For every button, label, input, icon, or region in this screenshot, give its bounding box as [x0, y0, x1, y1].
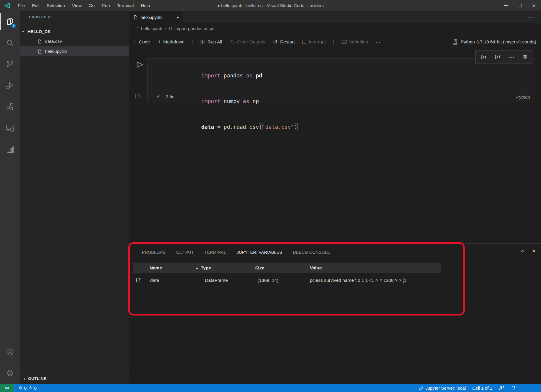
sort-ascending-icon: ▲	[195, 266, 199, 270]
code-cell[interactable]: import pandas as pd import numpy as np d…	[147, 58, 535, 102]
run-cell-and-below-button[interactable]	[495, 54, 501, 60]
toolbar-more-button[interactable]: ···	[376, 39, 380, 45]
folder-hello-ds[interactable]: › HELLO_DS	[20, 27, 129, 36]
add-markdown-cell-button[interactable]: + Markdown	[158, 39, 184, 45]
notebook-toolbar: + Code + Markdown Run All Clear Outputs	[129, 33, 541, 50]
column-header-type[interactable]: ▲ Type	[194, 265, 253, 271]
file-item-data-csv[interactable]: data.csv	[20, 36, 129, 46]
maximize-button[interactable]	[513, 0, 527, 11]
kernel-picker[interactable]: Python 3.7.10 64-bit ('myenv': conda)	[453, 39, 541, 45]
tab-jupyter-variables[interactable]: JUPYTER: VARIABLES	[231, 244, 288, 260]
explorer-more-actions-button[interactable]: ···	[117, 14, 123, 20]
feedback-icon	[499, 386, 504, 391]
interrupt-button[interactable]: Interrupt	[302, 39, 326, 45]
close-button[interactable]: ×	[527, 0, 541, 11]
sidebar-item-extensions[interactable]	[0, 96, 20, 117]
sidebar-item-explorer[interactable]: 1	[0, 11, 20, 32]
delete-cell-button[interactable]	[522, 54, 528, 60]
folder-label: HELLO_DS	[27, 29, 50, 34]
remote-indicator[interactable]: ><	[0, 384, 14, 392]
run-cell-button[interactable]: ▷	[137, 60, 143, 68]
restart-kernel-button[interactable]: ↺ Restart	[273, 39, 295, 45]
code-editor[interactable]: import pandas as pd import numpy as np d…	[148, 59, 535, 140]
run-debug-icon	[6, 81, 14, 90]
menu-help[interactable]: Help	[137, 0, 153, 11]
column-header-value[interactable]: Value	[307, 265, 441, 271]
bottom-panel: PROBLEMS OUTPUT TERMINAL JUPYTER: VARIAB…	[129, 243, 541, 384]
cell-execution-status: ✓ 2.5s	[156, 93, 174, 100]
close-panel-button[interactable]: ×	[532, 248, 536, 254]
breadcrumb-separator: ›	[165, 26, 166, 31]
file-icon	[135, 26, 139, 31]
variables-icon: (x)	[341, 40, 347, 44]
plus-icon: +	[133, 39, 137, 45]
jupyter-variables-table: Name ▲ Type Size Value data DataFra	[133, 263, 441, 287]
add-code-cell-button[interactable]: + Code	[133, 39, 150, 45]
feedback-button[interactable]	[496, 386, 507, 391]
close-icon: ×	[532, 2, 536, 9]
tab-problems[interactable]: PROBLEMS	[137, 244, 171, 260]
outline-section[interactable]: › OUTLINE	[20, 373, 129, 384]
menu-terminal[interactable]: Terminal	[114, 0, 137, 11]
settings-button[interactable]: ⚙	[0, 362, 20, 384]
tab-hello-ipynb[interactable]: hello.ipynb ●	[129, 11, 183, 23]
menu-run[interactable]: Run	[98, 0, 114, 11]
svg-text:(x): (x)	[343, 41, 345, 43]
file-item-hello-ipynb[interactable]: hello.ipynb	[20, 46, 129, 56]
breadcrumb: hello.ipynb › import pandas as pd	[129, 23, 541, 33]
gear-icon: ⚙	[6, 368, 14, 378]
breadcrumb-file[interactable]: hello.ipynb	[135, 26, 162, 31]
explorer-badge: 1	[11, 23, 16, 28]
sidebar-title: EXPLORER	[29, 15, 51, 19]
tab-debug-console[interactable]: DEBUG CONSOLE	[288, 244, 336, 260]
breadcrumb-cell[interactable]: import pandas as pd	[169, 26, 215, 31]
cell-more-actions-button[interactable]: ···	[508, 54, 515, 60]
tab-terminal[interactable]: TERMINAL	[199, 244, 231, 260]
sidebar-item-deploy[interactable]	[0, 139, 20, 160]
extensions-icon	[6, 103, 14, 111]
open-variable-button[interactable]	[133, 277, 148, 283]
editor-area: hello.ipynb ● ··· hello.ipynb › import p…	[129, 11, 541, 384]
column-header-size[interactable]: Size	[253, 265, 307, 271]
notifications-button[interactable]	[508, 385, 519, 391]
maximize-icon	[518, 4, 521, 7]
modified-dot-icon[interactable]: ●	[176, 15, 179, 19]
interrupt-icon	[302, 40, 306, 44]
variable-row-data[interactable]: data DataFrame (1309, 14) pclass survive…	[133, 273, 441, 287]
menu-go[interactable]: Go	[85, 0, 98, 11]
source-control-icon	[6, 60, 14, 68]
run-all-button[interactable]: Run All	[200, 39, 222, 45]
chevron-up-icon	[520, 249, 525, 253]
cell-indicator[interactable]: Cell 1 of 1	[469, 386, 495, 391]
problems-indicator[interactable]: ⊗ 0 ⚠ 0	[16, 385, 39, 391]
code-line: import pandas as pd	[156, 63, 535, 88]
account-button[interactable]	[0, 341, 20, 362]
tab-output[interactable]: OUTPUT	[171, 244, 199, 260]
menu-selection[interactable]: Selection	[43, 0, 69, 11]
cell-language-picker[interactable]: Python	[516, 95, 530, 100]
sidebar-item-search[interactable]	[0, 32, 20, 53]
explorer-sidebar: EXPLORER ··· › HELLO_DS data.csv hello.i…	[20, 11, 129, 384]
warning-icon: ⚠	[28, 385, 32, 391]
menu-view[interactable]: View	[69, 0, 85, 11]
title-bar: File Edit Selection View Go Run Terminal…	[0, 0, 541, 11]
variables-button[interactable]: (x) Variables	[341, 39, 368, 45]
editor-more-actions-button[interactable]: ···	[529, 11, 541, 23]
plus-icon: +	[158, 39, 161, 45]
remote-icon: ><	[5, 386, 9, 390]
cell-toolbar: ···	[475, 50, 533, 64]
jupyter-server-indicator[interactable]: Jupyter Server: local	[416, 386, 469, 391]
menu-file[interactable]: File	[14, 0, 28, 11]
run-all-icon	[200, 40, 205, 44]
menu-edit[interactable]: Edit	[28, 0, 43, 11]
clear-outputs-icon	[230, 40, 235, 44]
clear-outputs-button[interactable]: Clear Outputs	[230, 39, 265, 45]
maximize-panel-button[interactable]	[520, 249, 525, 253]
column-header-name[interactable]: Name	[148, 265, 194, 271]
sidebar-item-remote-explorer[interactable]	[0, 117, 20, 139]
run-cells-above-button[interactable]	[481, 54, 487, 60]
chevron-right-icon: ›	[23, 376, 25, 381]
sidebar-item-run-debug[interactable]	[0, 75, 20, 96]
minimize-button[interactable]	[498, 0, 513, 11]
sidebar-item-source-control[interactable]	[0, 53, 20, 75]
